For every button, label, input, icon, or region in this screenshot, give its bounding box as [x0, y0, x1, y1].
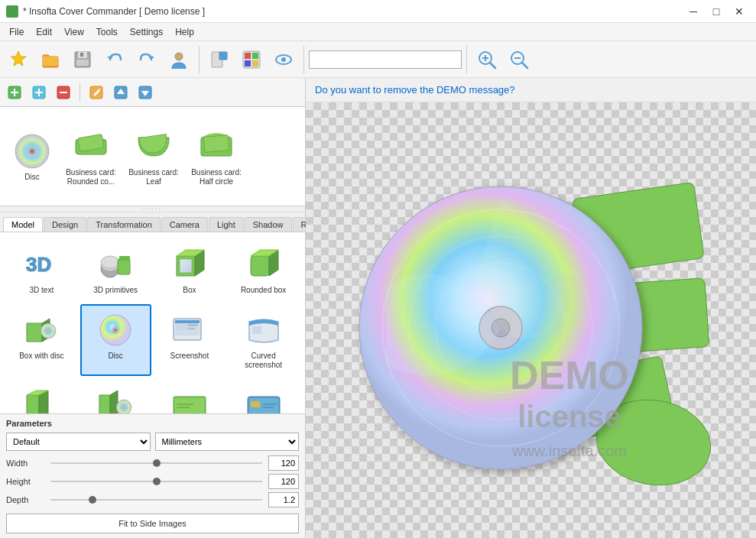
model-screenshot[interactable]: Screenshot — [154, 304, 226, 376]
svg-rect-69 — [175, 320, 200, 323]
zoom-out-button[interactable] — [504, 44, 534, 75]
tab-model[interactable]: Model — [3, 217, 43, 232]
svg-rect-17 — [252, 60, 258, 66]
open-button[interactable] — [35, 44, 66, 75]
demo-link[interactable]: Do you want to remove the DEMO message? — [315, 84, 515, 96]
move-down-button[interactable] — [134, 81, 157, 104]
height-label: Height — [6, 477, 44, 486]
add-green-button[interactable] — [3, 81, 26, 104]
svg-rect-6 — [76, 60, 89, 66]
thumbnail-bizcard1[interactable]: Business card: Rounded co... — [61, 123, 121, 190]
model-3dtext-icon: 3D — [21, 245, 61, 284]
model-3dprim[interactable]: 3D primitives — [80, 238, 151, 301]
model-boxdisc-icon — [21, 310, 61, 350]
model-dvdboxwith[interactable]: DVD box with... — [80, 379, 151, 413]
model-disc-label: Disc — [108, 352, 122, 361]
zoom-in-button[interactable] — [472, 44, 502, 75]
tab-camera[interactable]: Camera — [161, 217, 208, 232]
width-slider[interactable] — [50, 462, 262, 464]
add-blue-button[interactable] — [28, 81, 50, 104]
zoom-in-icon — [476, 49, 498, 70]
add-green-icon — [7, 85, 22, 100]
thumbnail-bizcard1-image — [71, 127, 111, 167]
model-plastic[interactable]: Plastic card — [228, 379, 299, 413]
svg-rect-46 — [203, 134, 229, 152]
parameters-section: Parameters Default Custom Millimeters In… — [0, 413, 305, 538]
new-button[interactable] — [3, 44, 34, 75]
redo-button[interactable] — [131, 44, 162, 75]
menu-help[interactable]: Help — [169, 24, 200, 41]
undo-button[interactable] — [99, 44, 130, 75]
export-button[interactable] — [204, 44, 235, 75]
remove-icon — [56, 85, 71, 100]
parameters-title: Parameters — [6, 419, 299, 428]
tab-design[interactable]: Design — [44, 217, 86, 232]
model-curved[interactable]: Curved screenshot — [228, 304, 299, 376]
depth-label: Depth — [6, 495, 44, 504]
eye-icon — [273, 49, 294, 70]
model-dvdbox-icon — [21, 385, 61, 413]
preview-area: DEMO license www.insofta.com — [306, 102, 756, 538]
model-bizcard[interactable]: Business card — [154, 379, 226, 413]
fit-button[interactable]: Fit to Side Images — [6, 514, 299, 533]
tab-shadow[interactable]: Shadow — [245, 217, 292, 232]
toolbar-separator-1 — [199, 46, 200, 73]
menu-file[interactable]: File — [3, 24, 30, 41]
svg-point-66 — [114, 329, 117, 332]
save-icon — [72, 49, 93, 70]
save-button[interactable] — [67, 44, 98, 75]
svg-rect-16 — [245, 60, 251, 66]
zoom-out-icon — [508, 49, 530, 70]
svg-rect-15 — [252, 53, 258, 59]
model-curved-label: Curved screenshot — [232, 352, 294, 370]
model-dvdbox[interactable]: DVD box — [6, 379, 77, 413]
svg-text:www.insofta.com: www.insofta.com — [511, 442, 626, 459]
svg-marker-0 — [11, 51, 26, 66]
menu-tools[interactable]: Tools — [90, 24, 124, 41]
palette-button[interactable] — [236, 44, 267, 75]
model-curved-icon — [244, 310, 284, 350]
edit-button[interactable] — [85, 81, 108, 104]
model-3dtext[interactable]: 3D 3D text — [6, 238, 77, 301]
menu-settings[interactable]: Settings — [124, 24, 169, 41]
minimize-button[interactable]: ─ — [683, 3, 704, 20]
thumbnail-bizcard2[interactable]: Business card: Leaf — [124, 123, 183, 190]
svg-text:license: license — [518, 400, 621, 433]
main-layout: Disc Business card: Rounded co... — [0, 78, 756, 538]
right-panel: Do you want to remove the DEMO message? — [306, 78, 756, 538]
model-boxdisc[interactable]: Box with disc — [6, 304, 77, 376]
height-slider[interactable] — [50, 481, 262, 482]
remove-button[interactable] — [52, 81, 75, 104]
move-up-button[interactable] — [109, 81, 132, 104]
width-value: 120 — [268, 455, 299, 471]
svg-marker-9 — [148, 57, 154, 60]
close-button[interactable]: ✕ — [728, 3, 750, 20]
thumbnail-disc[interactable]: Disc — [6, 128, 58, 186]
edit-icon — [89, 85, 104, 100]
svg-rect-73 — [252, 326, 261, 334]
svg-text:DEMO: DEMO — [510, 353, 629, 397]
app-icon — [6, 5, 18, 18]
search-input[interactable] — [309, 50, 462, 69]
depth-slider[interactable] — [50, 499, 262, 501]
model-roundedbox[interactable]: Rounded box — [228, 238, 299, 301]
svg-line-21 — [490, 63, 495, 68]
menu-view[interactable]: View — [58, 24, 90, 41]
model-box-label: Box — [183, 286, 196, 295]
tab-transformation[interactable]: Transformation — [87, 217, 161, 232]
help-button[interactable] — [164, 44, 194, 75]
svg-rect-51 — [118, 259, 130, 274]
svg-line-25 — [522, 63, 527, 68]
model-box[interactable]: Box — [154, 238, 226, 301]
menu-edit[interactable]: Edit — [30, 24, 58, 41]
maximize-button[interactable]: □ — [706, 3, 727, 20]
preset-dropdown[interactable]: Default Custom — [6, 433, 151, 451]
svg-marker-77 — [99, 395, 110, 413]
view-button[interactable] — [268, 44, 299, 75]
export-icon — [209, 49, 230, 70]
model-disc[interactable]: Disc — [80, 304, 151, 376]
svg-text:3D: 3D — [26, 253, 51, 276]
tab-light[interactable]: Light — [209, 217, 244, 232]
thumbnail-bizcard3[interactable]: Business card: Half circle — [187, 123, 246, 190]
units-dropdown[interactable]: Millimeters Inches Pixels — [155, 433, 300, 451]
